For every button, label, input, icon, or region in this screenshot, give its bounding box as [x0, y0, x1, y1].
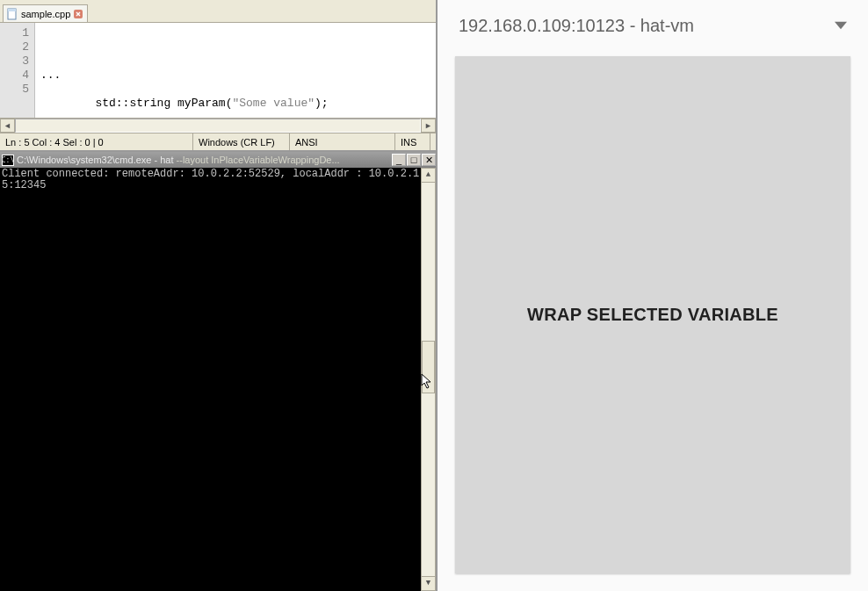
- right-pane: 192.168.0.109:10123 - hat-vm WRAP SELECT…: [438, 0, 868, 591]
- app-header-title: 192.168.0.109:10123 - hat-vm: [459, 16, 835, 36]
- line-gutter: 1 2 3 4 5: [0, 23, 35, 118]
- line-number: 5: [0, 83, 29, 97]
- status-cursor-pos: Ln : 5 Col : 4 Sel : 0 | 0: [0, 133, 193, 150]
- minimize-button[interactable]: _: [392, 154, 406, 166]
- editor-tab-label: sample.cpp: [21, 9, 70, 19]
- console-body[interactable]: Client connected: remoteAddr: 10.0.2.2:5…: [0, 168, 436, 591]
- tab-close-button[interactable]: [73, 9, 83, 19]
- code-line: [40, 40, 436, 54]
- code-area[interactable]: ... std::string myParam("Some value"); s…: [35, 23, 436, 118]
- scroll-right-button[interactable]: ►: [421, 119, 436, 133]
- console-titlebar[interactable]: C:\ C:\Windows\system32\cmd.exe - hat --…: [0, 152, 436, 168]
- scroll-track[interactable]: [15, 119, 421, 133]
- console-vscrollbar[interactable]: ▲ ▼: [421, 168, 436, 591]
- scroll-track[interactable]: [421, 183, 436, 576]
- wrap-variable-button[interactable]: WRAP SELECTED VARIABLE: [455, 56, 850, 573]
- close-button[interactable]: ✕: [422, 154, 436, 166]
- scroll-thumb[interactable]: [422, 341, 435, 393]
- console-output: Client connected: remoteAddr: 10.0.2.2:5…: [0, 168, 421, 591]
- file-icon: [6, 8, 18, 20]
- editor-tab-sample[interactable]: sample.cpp: [3, 4, 88, 22]
- line-number: 2: [0, 40, 29, 54]
- status-encoding[interactable]: ANSI: [290, 133, 395, 150]
- scroll-up-button[interactable]: ▲: [421, 168, 436, 183]
- console-window: C:\ C:\Windows\system32\cmd.exe - hat --…: [0, 150, 436, 591]
- code-editor[interactable]: 1 2 3 4 5 ... std::string myParam("Some …: [0, 23, 436, 133]
- svg-rect-1: [8, 9, 16, 11]
- splitter-handle[interactable]: [438, 0, 441, 591]
- editor-tab-bar: sample.cpp: [0, 0, 436, 23]
- editor-hscrollbar[interactable]: ◄ ►: [0, 118, 436, 133]
- maximize-button[interactable]: □: [407, 154, 421, 166]
- app-body: WRAP SELECTED VARIABLE: [438, 51, 868, 591]
- code-line: ...: [40, 68, 436, 83]
- status-insert-mode[interactable]: INS: [395, 133, 430, 150]
- line-number: 4: [0, 68, 29, 83]
- left-pane: sample.cpp 1 2 3 4 5 ... std::string myP…: [0, 0, 438, 591]
- app-header[interactable]: 192.168.0.109:10123 - hat-vm: [438, 0, 868, 51]
- scroll-down-button[interactable]: ▼: [421, 576, 436, 591]
- scroll-left-button[interactable]: ◄: [0, 119, 15, 133]
- code-line: std::string myParam("Some value");: [40, 97, 436, 111]
- status-eol[interactable]: Windows (CR LF): [193, 133, 290, 150]
- console-title: C:\Windows\system32\cmd.exe - hat --layo…: [17, 155, 391, 165]
- line-number: 1: [0, 26, 29, 40]
- cmd-icon: C:\: [2, 155, 14, 166]
- line-number: 3: [0, 54, 29, 68]
- editor-status-bar: Ln : 5 Col : 4 Sel : 0 | 0 Windows (CR L…: [0, 133, 436, 150]
- dropdown-icon[interactable]: [835, 16, 847, 36]
